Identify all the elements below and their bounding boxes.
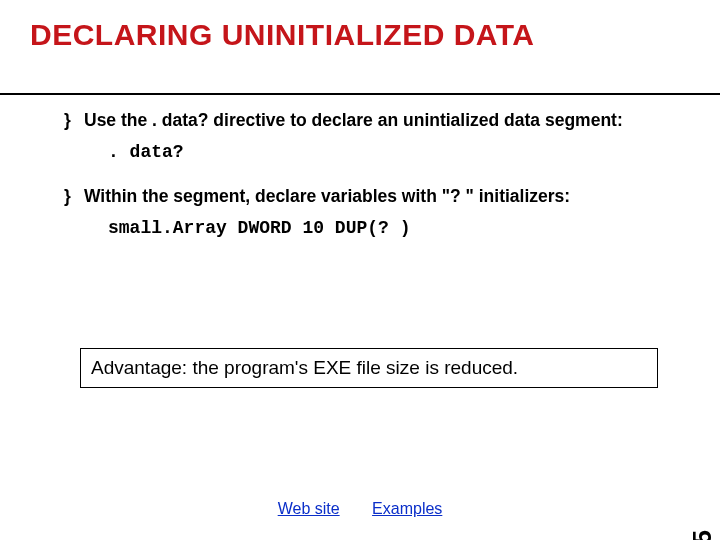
code-line: . data? <box>108 142 674 162</box>
slide: DECLARING UNINITIALIZED DATA Use the . d… <box>0 0 720 540</box>
body-content: Use the . data? directive to declare an … <box>30 110 690 388</box>
slide-title: DECLARING UNINITIALIZED DATA <box>30 18 690 52</box>
bullet-item: Within the segment, declare variables wi… <box>64 186 674 208</box>
bullet-item: Use the . data? directive to declare an … <box>64 110 674 132</box>
website-link[interactable]: Web site <box>278 500 340 517</box>
code-line: small.Array DWORD 10 DUP(? ) <box>108 218 674 238</box>
examples-link[interactable]: Examples <box>372 500 442 517</box>
footer-links: Web site Examples <box>0 500 720 518</box>
advantage-box: Advantage: the program's EXE file size i… <box>80 348 658 388</box>
hr-divider <box>0 93 720 95</box>
page-number: 45 <box>687 530 718 540</box>
